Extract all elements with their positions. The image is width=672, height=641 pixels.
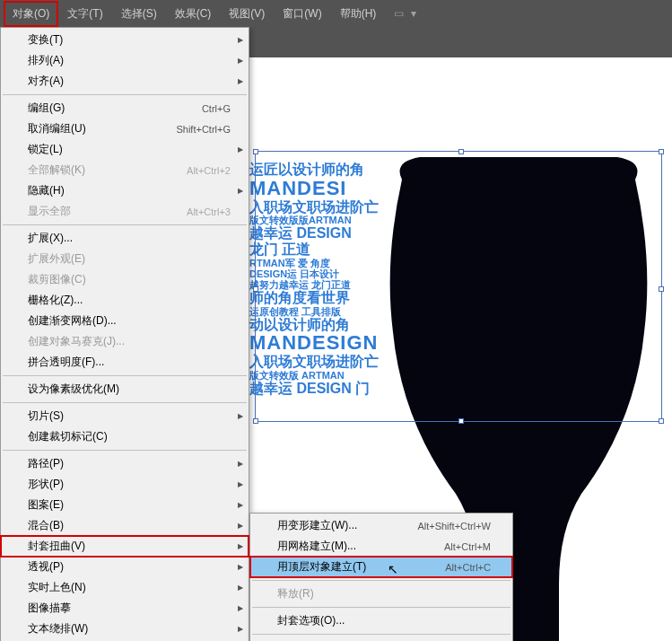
menu-item[interactable]: 实时上色(N) [1,577,249,598]
menu-item-label: 形状(P) [28,477,64,492]
menu-item[interactable]: 拼合透明度(F)... [1,352,249,373]
menu-item[interactable]: 取消编组(U)Shift+Ctrl+G [1,119,249,139]
menu-item-label: 拼合透明度(F)... [28,355,104,370]
menu-item[interactable]: 混合(B) [1,515,249,536]
menu-item-label: 切片(S) [28,408,64,424]
menu-item[interactable]: 栅格化(Z)... [1,290,249,311]
menu-item[interactable]: 设为像素级优化(M) [1,379,249,400]
menu-item-label: 路径(P) [28,456,64,471]
menu-shortcut: Alt+Ctrl+3 [187,206,231,217]
menu-item-label: 图案(E) [28,497,64,513]
menu-item-label: 锁定(L) [28,142,63,157]
menu-item[interactable]: 扩展(X)... [1,228,249,249]
menu-item-label: 创建对象马赛克(J)... [28,334,125,349]
menu-item-label: 创建裁切标记(C) [28,429,108,444]
menu-item-label: 设为像素级优化(M) [28,382,119,397]
menu-separator [252,607,511,608]
menu-separator [252,634,511,635]
menu-separator [3,375,247,376]
menu-item[interactable]: 形状(P) [1,474,249,495]
menu-item-label: 裁剪图像(C) [28,272,86,287]
menu-separator [3,402,247,403]
menu-window[interactable]: 窗口(W) [274,1,330,27]
menu-shortcut: Alt+Ctrl+C [445,562,491,573]
menu-item-label: 变换(T) [28,32,63,48]
menu-item[interactable]: 隐藏(H) [1,180,249,201]
menu-shortcut: Alt+Shift+Ctrl+W [417,521,491,531]
menu-item-label: 图像描摹 [28,601,71,616]
menu-item[interactable]: 封套扭曲(V) [1,536,249,557]
submenu-item-label: 用顶层对象建立(T) [277,559,366,575]
menu-item[interactable]: 编组(G)Ctrl+G [1,98,249,119]
menu-item-label: 透视(P) [28,559,64,575]
menu-separator [3,94,247,95]
menu-object[interactable]: 对象(O) [4,1,58,27]
canvas-pasteboard [249,27,672,57]
menu-item-label: 实时上色(N) [28,580,86,595]
menu-item: 创建对象马赛克(J)... [1,331,249,352]
menu-item-label: 栅格化(Z)... [28,293,83,308]
selection-bbox [255,151,662,422]
menu-item-label: 封套扭曲(V) [28,539,85,554]
submenu-item: 扩展(X) [250,637,512,641]
menu-item-label: 隐藏(H) [28,183,65,198]
menu-item-label: 混合(B) [28,518,64,533]
menu-item[interactable]: 变换(T) [1,30,249,50]
submenu-item[interactable]: 用网格建立(M)...Alt+Ctrl+M [250,536,512,557]
menu-item: 裁剪图像(C) [1,269,249,290]
submenu-item-label: 封套选项(O)... [277,613,345,628]
menu-item-label: 排列(A) [28,53,64,68]
mouse-cursor-icon: ↖ [388,562,398,576]
menu-item-label: 显示全部 [28,204,71,219]
submenu-item[interactable]: 封套选项(O)... [250,610,512,631]
menu-separator [3,224,247,225]
menu-item[interactable]: 文本绕排(W) [1,619,249,639]
menu-item-label: 文本绕排(W) [28,621,88,637]
submenu-item[interactable]: 用顶层对象建立(T)Alt+Ctrl+C [250,557,512,577]
menu-item-label: 编组(G) [28,101,65,116]
submenu-item-label: 用变形建立(W)... [277,518,357,533]
menu-item[interactable]: 创建裁切标记(C) [1,426,249,447]
menu-item[interactable]: 图像描摹 [1,598,249,619]
menu-item-label: 全部解锁(K) [28,162,85,178]
object-dropdown: 变换(T)排列(A)对齐(A)编组(G)Ctrl+G取消编组(U)Shift+C… [0,27,249,641]
menu-separator [252,580,511,581]
menu-view[interactable]: 视图(V) [220,1,274,27]
submenu-item-label: 用网格建立(M)... [277,539,356,554]
menu-item[interactable]: 透视(P) [1,557,249,577]
menu-item[interactable]: 对齐(A) [1,71,249,92]
menu-item[interactable]: 锁定(L) [1,139,249,160]
menu-select[interactable]: 选择(S) [112,1,166,27]
menu-item-label: 对齐(A) [28,74,64,89]
menu-shortcut: Shift+Ctrl+G [176,124,231,135]
menu-item: 全部解锁(K)Alt+Ctrl+2 [1,160,249,180]
menubar-icons: ▭ ▾ [394,7,416,20]
envelope-submenu: 用变形建立(W)...Alt+Shift+Ctrl+W用网格建立(M)...Al… [249,513,513,641]
menu-item-label: 扩展外观(E) [28,251,85,267]
menubar: 对象(O) 文字(T) 选择(S) 效果(C) 视图(V) 窗口(W) 帮助(H… [0,0,672,27]
submenu-item[interactable]: 用变形建立(W)...Alt+Shift+Ctrl+W [250,515,512,536]
menu-effect[interactable]: 效果(C) [166,1,221,27]
menu-text[interactable]: 文字(T) [58,1,111,27]
menu-item[interactable]: 创建渐变网格(D)... [1,311,249,331]
menu-item[interactable]: 排列(A) [1,50,249,71]
menu-item: 扩展外观(E) [1,249,249,269]
workspace-icon[interactable]: ▭ [394,7,404,20]
menu-item-label: 扩展(X)... [28,231,73,246]
dropdown-icon[interactable]: ▾ [411,7,416,20]
menu-item[interactable]: 切片(S) [1,406,249,426]
menu-shortcut: Alt+Ctrl+M [444,541,491,552]
menu-separator [3,450,247,451]
submenu-item: 释放(R) [250,584,512,604]
menu-item: 显示全部Alt+Ctrl+3 [1,201,249,222]
menu-shortcut: Alt+Ctrl+2 [187,165,231,176]
menu-item[interactable]: 路径(P) [1,453,249,474]
menu-item-label: 取消编组(U) [28,121,86,136]
menu-item-label: 创建渐变网格(D)... [28,313,117,329]
menu-shortcut: Ctrl+G [202,103,231,114]
submenu-item-label: 释放(R) [277,586,314,601]
menu-help[interactable]: 帮助(H) [331,1,386,27]
menu-item[interactable]: 图案(E) [1,495,249,515]
